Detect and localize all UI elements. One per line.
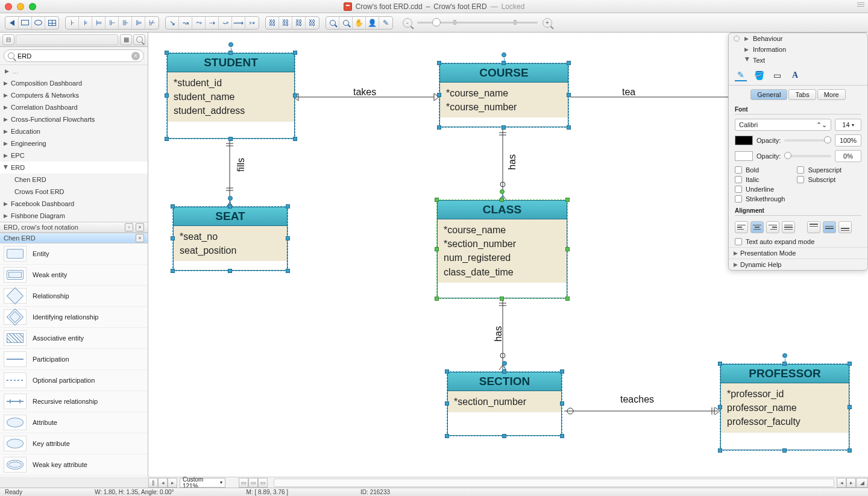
opacity-slider-1[interactable] [784, 139, 831, 142]
underline-checkbox[interactable] [735, 186, 742, 193]
inspector-tab-more[interactable]: More [817, 89, 846, 100]
resize-handle[interactable] [437, 125, 441, 130]
tree-item[interactable]: ▶Computers & Networks [0, 89, 148, 101]
resize-handle[interactable] [848, 448, 852, 453]
resize-handle[interactable] [782, 448, 787, 453]
resize-handle[interactable] [437, 61, 441, 65]
tool-tree-4[interactable]: ⊩ [105, 17, 119, 29]
resize-handle[interactable] [502, 369, 506, 374]
resize-handle[interactable] [293, 137, 297, 141]
sidebar-search-input[interactable] [17, 52, 128, 60]
resize-handle[interactable] [171, 204, 175, 209]
tool-chain-2[interactable]: ⛓ [279, 17, 292, 29]
resize-handle[interactable] [567, 61, 571, 65]
tool-zoom-fit[interactable] [326, 17, 339, 29]
zoom-field[interactable]: Custom 121%▾ [180, 478, 225, 488]
entity-professor[interactable]: PROFESSOR *professor_idprofessor_namepro… [720, 363, 850, 451]
resize-handle[interactable] [565, 297, 570, 301]
shape-optional-participation[interactable]: Optional participation [0, 370, 148, 391]
resize-handle[interactable] [565, 247, 570, 251]
tool-line-2[interactable]: ↝ [179, 17, 192, 29]
resize-handle[interactable] [171, 236, 175, 240]
align-justify-button[interactable] [782, 221, 795, 233]
align-left-button[interactable] [735, 221, 748, 233]
view-mode-1-icon[interactable]: ▭ [239, 478, 248, 488]
entity-course[interactable]: COURSE *course_name*course_number [439, 63, 569, 128]
inspector-panel[interactable]: ▶Behaviour ▶Information ▶Text ✎ 🪣 ▭ A Ge… [728, 33, 868, 271]
resize-handle[interactable] [718, 448, 722, 453]
inspector-tab-tabs[interactable]: Tabs [788, 89, 816, 100]
align-center-button[interactable] [750, 221, 764, 233]
resize-handle[interactable] [286, 269, 290, 273]
opacity-value-1[interactable]: 100% [835, 134, 861, 146]
resize-handle[interactable] [560, 434, 564, 438]
tool-pen[interactable]: ✎ [379, 17, 392, 29]
entity-class[interactable]: CLASS *course_name*section_numbernum_reg… [436, 199, 568, 299]
tool-tree-1[interactable]: ⊦ [66, 17, 79, 29]
clear-search-icon[interactable]: × [131, 52, 140, 60]
shape-derived-attribute[interactable]: Derived attribute [0, 476, 148, 477]
align-middle-button[interactable] [823, 221, 836, 233]
inspector-dynamic-help[interactable]: ▶Dynamic Help [729, 259, 867, 270]
tool-user[interactable]: 👤 [366, 17, 379, 29]
rotate-handle-icon[interactable] [502, 52, 506, 57]
resize-handle[interactable] [565, 198, 570, 202]
page-prev-icon[interactable]: ▸ [168, 478, 177, 488]
resize-handle[interactable] [293, 93, 297, 98]
resize-handle[interactable] [848, 405, 852, 409]
shape-participation[interactable]: Participation [0, 349, 148, 370]
library-header-chen[interactable]: Chen ERD × [0, 233, 148, 243]
canvas[interactable]: STUDENT *student_idstudent_namestudent_a… [148, 33, 868, 477]
text-color-swatch[interactable] [735, 136, 753, 145]
tree-item-chen-erd[interactable]: Chen ERD [0, 174, 148, 186]
inspector-section-information[interactable]: ▶Information [729, 44, 867, 55]
shape-library[interactable]: Entity Weak entity Relationship Identify… [0, 243, 148, 477]
resize-handle[interactable] [228, 51, 233, 55]
tool-line-7[interactable]: ⤐ [245, 17, 259, 29]
resize-handle[interactable] [500, 297, 504, 301]
tool-line-6[interactable]: ⟿ [232, 17, 245, 29]
resize-handle[interactable] [228, 137, 233, 141]
resize-handle[interactable] [435, 247, 439, 251]
zoom-slider[interactable] [417, 22, 538, 24]
tool-chain-3[interactable]: ⛓ [292, 17, 306, 29]
resize-handle[interactable] [718, 362, 722, 366]
entity-seat[interactable]: SEAT *seat_noseat_position [172, 206, 288, 271]
resize-handle[interactable] [445, 369, 449, 374]
tool-chain-4[interactable]: ⛓ [306, 17, 319, 29]
resize-handle[interactable] [560, 401, 564, 406]
zoom-out-icon[interactable]: - [403, 18, 412, 28]
entity-section[interactable]: SECTION *section_number [447, 371, 562, 436]
shape-relationship[interactable]: Relationship [0, 286, 148, 307]
resize-handle[interactable] [502, 125, 506, 130]
resize-handle[interactable] [560, 369, 564, 374]
tree-item[interactable]: ▶Fishbone Diagram [0, 210, 148, 222]
tool-tree-6[interactable]: ⊫ [132, 17, 145, 29]
tool-ellipse[interactable] [32, 17, 45, 29]
resize-handle[interactable] [567, 93, 571, 97]
shape-entity[interactable]: Entity [0, 243, 148, 265]
zoom-in-icon[interactable]: + [542, 18, 552, 28]
resize-handle[interactable] [848, 362, 852, 366]
rotate-handle-icon[interactable] [228, 42, 233, 47]
shape-weak-key-attribute[interactable]: Weak key attribute [0, 454, 148, 476]
tree-item[interactable]: ▶Engineering [0, 137, 148, 149]
tool-rectangle[interactable] [19, 17, 32, 29]
shape-identifying-relationship[interactable]: Identifying relationship [0, 307, 148, 328]
lib-save-icon[interactable]: ▫ [125, 223, 133, 231]
tool-line-1[interactable]: ↘ [166, 17, 179, 29]
tool-tree-2[interactable]: ⊧ [79, 17, 92, 29]
shape-associative-entity[interactable]: Associative entity [0, 328, 148, 349]
resize-handle[interactable] [445, 401, 449, 406]
lib-close-icon[interactable]: × [136, 234, 144, 242]
auto-expand-checkbox[interactable] [735, 238, 742, 245]
tool-chain-1[interactable]: ⛓ [266, 17, 279, 29]
resize-handle[interactable] [435, 198, 439, 202]
tool-line-5[interactable]: ⤻ [219, 17, 232, 29]
tree-item[interactable]: ▶Cross-Functional Flowcharts [0, 113, 148, 125]
resize-handle[interactable] [286, 204, 290, 209]
shape-weak-entity[interactable]: Weak entity [0, 265, 148, 286]
view-mode-2-icon[interactable]: ▭ [248, 478, 258, 488]
horizontal-scrollbar[interactable] [274, 479, 834, 487]
tree-item[interactable]: ▶EPC [0, 149, 148, 162]
